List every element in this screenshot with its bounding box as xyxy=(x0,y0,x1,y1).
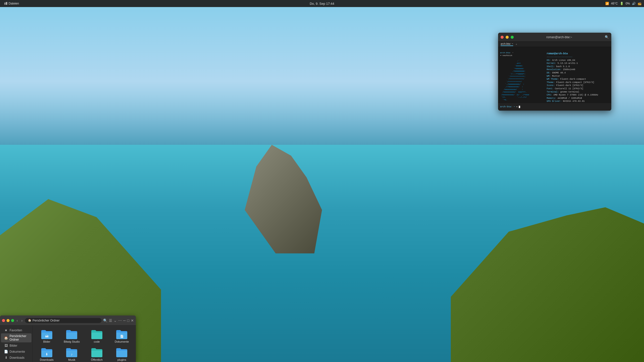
file-manager-maximize-button[interactable] xyxy=(11,319,14,322)
terminal-cursor: ➜ █ xyxy=(516,106,520,108)
file-manager-maximize-icon[interactable]: □ xyxy=(127,319,129,323)
personal-label: Persönlicher Ordner xyxy=(10,334,28,341)
folder-bilder[interactable]: 🏔 Bilder xyxy=(35,328,59,345)
terminal-minimize-button[interactable] xyxy=(506,36,509,39)
file-manager-content: 🏔 Bilder Bitwig Studio xyxy=(33,326,136,362)
favoriten-label: Favoriten xyxy=(10,329,22,332)
sidebar-item-dokumente[interactable]: 📄 Dokumente xyxy=(1,349,31,354)
svg-text:🏔: 🏔 xyxy=(45,334,49,338)
file-manager-path-bar[interactable]: 🏠 Persönlicher Ordner xyxy=(25,318,101,323)
terminal-titlebar: roman@arch-btw:~ 🔍 xyxy=(498,33,611,42)
file-manager-back-button[interactable]: ‹ xyxy=(16,318,19,323)
folder-dokumente[interactable]: 📄 Dokumente xyxy=(110,328,134,345)
terminal-title: roman@arch-btw:~ xyxy=(516,35,603,39)
downloads-label: Downloads xyxy=(10,356,24,359)
temp-label: 46°C xyxy=(611,2,618,5)
file-manager-toolbar-right: 🔍 ☰ ⌄ ⋯ ─ □ ✕ xyxy=(103,319,134,323)
terminal-tab[interactable]: arch-btw: ~ xyxy=(501,42,513,46)
taskbar: Dateien Do, 9. Sep 17:44 📶 46°C 🔋 0% 🔊 📻 xyxy=(0,0,644,7)
svg-text:♪: ♪ xyxy=(71,352,73,356)
terminal-cwd: arch-btw: ~ xyxy=(500,106,515,108)
files-icon xyxy=(4,2,8,5)
folder-oeffentlich[interactable]: Öffentlich xyxy=(85,346,109,362)
favoriten-icon: ★ xyxy=(4,328,8,332)
folder-musik-icon: ♪ xyxy=(66,347,78,357)
sidebar-item-downloads[interactable]: ⬇ Downloads xyxy=(1,355,31,360)
folder-bitwig-icon xyxy=(66,329,78,339)
folder-oeffentlich-label: Öffentlich xyxy=(91,358,103,361)
file-manager-forward-button[interactable]: › xyxy=(20,318,24,323)
signal-icon: 📶 xyxy=(605,2,609,5)
taskbar-app-files[interactable]: Dateien xyxy=(3,1,20,6)
taskbar-right: 📶 46°C 🔋 0% 🔊 📻 xyxy=(605,2,641,5)
path-home-icon: 🏠 xyxy=(28,319,31,322)
file-manager-close-icon[interactable]: ✕ xyxy=(131,319,134,323)
volume-icon: 📻 xyxy=(638,2,641,5)
terminal-body: arch-btw: ~ ➜ neofetch -` .o++ `ooooo: `… xyxy=(498,47,611,103)
taskbar-left: Dateien xyxy=(3,1,20,6)
downloads-icon: ⬇ xyxy=(4,356,8,359)
folder-code-label: code xyxy=(94,340,100,343)
terminal-neofetch-art: arch-btw: ~ ➜ neofetch -` .o++ `ooooo: `… xyxy=(498,47,545,103)
folder-musik[interactable]: ♪ Musik xyxy=(60,346,84,362)
svg-text:⬇: ⬇ xyxy=(45,352,48,356)
terminal-window[interactable]: roman@arch-btw:~ 🔍 arch-btw: ~ + arch-bt… xyxy=(498,33,611,111)
folder-oeffentlich-icon xyxy=(91,347,103,357)
dokumente-label: Dokumente xyxy=(10,350,25,353)
file-manager-minimize-button[interactable] xyxy=(7,319,10,322)
speaker-icon: 🔊 xyxy=(632,2,636,5)
sidebar-item-personal[interactable]: 🏠 Persönlicher Ordner xyxy=(1,333,31,342)
folder-dokumente-icon: 📄 xyxy=(116,329,128,339)
search-icon[interactable]: 🔍 xyxy=(103,319,107,323)
dokumente-icon: 📄 xyxy=(4,350,8,353)
system-tray: 📶 46°C 🔋 0% 🔊 📻 xyxy=(605,2,641,5)
folder-downloads-icon: ⬇ xyxy=(41,347,53,357)
folder-bitwig[interactable]: Bitwig Studio xyxy=(60,328,84,345)
folder-bilder-icon: 🏔 xyxy=(41,329,53,339)
terminal-neofetch-info: roman@arch-btw ------------------- OS: A… xyxy=(545,47,611,103)
folder-downloads-label: Downloads xyxy=(40,358,54,361)
folder-plugins-label: plugins xyxy=(117,358,126,361)
taskbar-datetime: Do, 9. Sep 17:44 xyxy=(310,2,334,6)
file-manager-sidebar: ★ Favoriten 🏠 Persönlicher Ordner 🖼 Bild… xyxy=(0,326,33,362)
battery-label: 0% xyxy=(626,2,630,5)
folder-plugins[interactable]: plugins xyxy=(110,346,134,362)
file-manager-window[interactable]: ‹ › 🏠 Persönlicher Ordner 🔍 ☰ ⌄ ⋯ ─ □ ✕ … xyxy=(0,315,136,362)
terminal-close-button[interactable] xyxy=(501,36,504,39)
terminal-new-tab[interactable]: + xyxy=(516,43,517,46)
folder-plugins-icon xyxy=(116,347,128,357)
taskbar-app-label: Dateien xyxy=(9,2,19,5)
svg-rect-1 xyxy=(6,2,7,5)
folder-bilder-label: Bilder xyxy=(43,340,50,343)
sidebar-item-musik[interactable]: 🎵 Musik xyxy=(1,361,31,362)
terminal-prompt-bottom[interactable]: arch-btw: ~ ➜ █ xyxy=(498,103,611,111)
svg-rect-0 xyxy=(4,3,6,5)
folder-downloads[interactable]: ⬇ Downloads xyxy=(35,346,59,362)
folder-bitwig-label: Bitwig Studio xyxy=(64,340,80,343)
bilder-label: Bilder xyxy=(10,344,17,347)
folder-code[interactable]: code xyxy=(85,328,109,345)
file-manager-minimize-icon[interactable]: ─ xyxy=(123,319,126,323)
folder-code-icon xyxy=(91,329,103,339)
battery-icon: 🔋 xyxy=(620,2,624,5)
bilder-icon: 🖼 xyxy=(4,344,8,347)
home-icon: 🏠 xyxy=(4,336,8,340)
file-manager-body: ★ Favoriten 🏠 Persönlicher Ordner 🖼 Bild… xyxy=(0,326,136,362)
view-toggle-icon[interactable]: ☰ xyxy=(109,319,112,323)
sort-icon[interactable]: ⌄ xyxy=(114,319,117,323)
more-options-icon[interactable]: ⋯ xyxy=(118,319,122,323)
terminal-search-icon[interactable]: 🔍 xyxy=(605,35,609,39)
terminal-maximize-button[interactable] xyxy=(511,36,514,39)
path-label: Persönlicher Ordner xyxy=(32,319,59,322)
sidebar-item-favoriten[interactable]: ★ Favoriten xyxy=(1,327,31,333)
folder-dokumente-label: Dokumente xyxy=(115,340,129,343)
svg-text:📄: 📄 xyxy=(120,334,124,338)
file-manager-titlebar: ‹ › 🏠 Persönlicher Ordner 🔍 ☰ ⌄ ⋯ ─ □ ✕ xyxy=(0,315,136,326)
folder-musik-label: Musik xyxy=(68,358,75,361)
file-manager-close-button[interactable] xyxy=(2,319,5,322)
sidebar-item-bilder[interactable]: 🖼 Bilder xyxy=(1,343,31,348)
